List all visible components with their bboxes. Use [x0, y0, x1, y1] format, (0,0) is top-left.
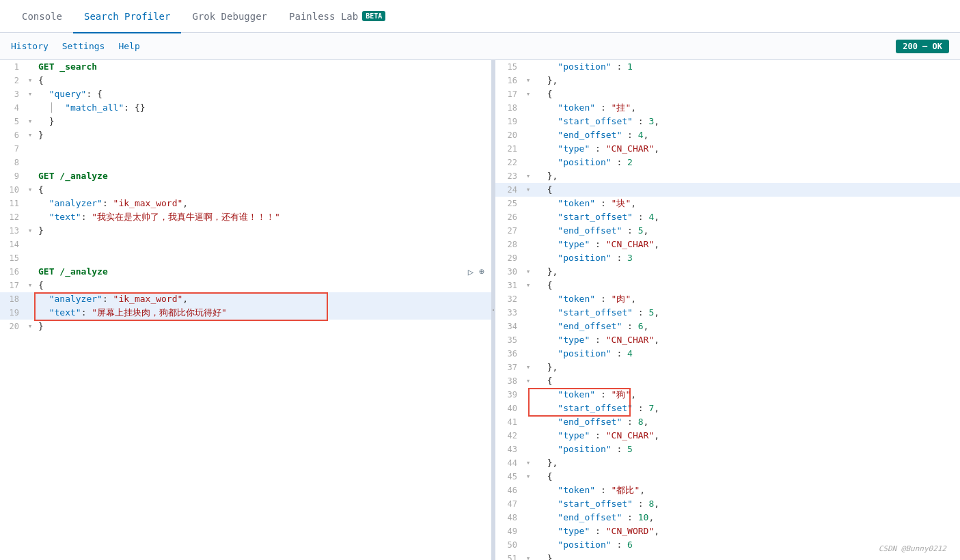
- output-line-16: 16 ▾ },: [495, 74, 960, 87]
- editor-line-17: 17 ▾ {: [0, 279, 491, 292]
- status-badge: 200 – OK: [896, 40, 949, 53]
- output-line-48: 48 "end_offset" : 10,: [495, 511, 960, 524]
- output-line-47: 47 "start_offset" : 8,: [495, 497, 960, 511]
- editor-line-19: 19 "text": "屏幕上挂块肉，狗都比你玩得好": [0, 306, 491, 320]
- editor-line-16: 16 GET /_analyze ▷ ⊕: [0, 265, 491, 279]
- copy-icon[interactable]: ⊕: [479, 265, 484, 279]
- editor-line-4: 4 │ "match_all": {}: [0, 101, 491, 115]
- editor-line-2: 2 ▾ {: [0, 74, 491, 87]
- output-line-43: 43 "position" : 5: [495, 443, 960, 456]
- output-line-44: 44 ▾ },: [495, 456, 960, 470]
- editor-line-8: 8: [0, 156, 491, 169]
- editor-line-14: 14: [0, 238, 491, 251]
- output-line-25: 25 "token" : "块",: [495, 197, 960, 210]
- main-content: 1 GET _search 2 ▾ { 3 ▾ "query": { 4 │ "…: [0, 60, 960, 560]
- editor-line-11: 11 "analyzer": "ik_max_word",: [0, 197, 491, 210]
- output-line-24: 24 ▾ {: [495, 183, 960, 197]
- history-link[interactable]: History: [11, 41, 49, 51]
- editor-line-1: 1 GET _search: [0, 60, 491, 74]
- output-line-20: 20 "end_offset" : 4,: [495, 128, 960, 142]
- output-line-33: 33 "start_offset" : 5,: [495, 306, 960, 320]
- output-line-22: 22 "position" : 2: [495, 156, 960, 169]
- output-line-49: 49 "type" : "CN_WORD",: [495, 524, 960, 538]
- watermark: CSDN @Bunny0212: [879, 544, 946, 553]
- output-line-46: 46 "token" : "都比",: [495, 484, 960, 497]
- output-line-27: 27 "end_offset" : 5,: [495, 224, 960, 238]
- output-line-23: 23 ▾ },: [495, 169, 960, 183]
- output-line-45: 45 ▾ {: [495, 470, 960, 484]
- tab-console[interactable]: Console: [11, 1, 73, 33]
- output-line-17: 17 ▾ {: [495, 87, 960, 101]
- output-line-19: 19 "start_offset" : 3,: [495, 115, 960, 128]
- output-line-15: 15 "position" : 1: [495, 60, 960, 74]
- settings-link[interactable]: Settings: [62, 41, 105, 51]
- editor-line-20: 20 ▾ }: [0, 320, 491, 333]
- editor-line-7: 7: [0, 142, 491, 156]
- editor-line-18: 18 "analyzer": "ik_max_word",: [0, 292, 491, 306]
- output-line-31: 31 ▾ {: [495, 279, 960, 292]
- output-code-area[interactable]: 15 "position" : 1 16 ▾ }, 17 ▾ { 18 "tok…: [495, 60, 960, 560]
- editor-line-6: 6 ▾ }: [0, 128, 491, 142]
- editor-code-area[interactable]: 1 GET _search 2 ▾ { 3 ▾ "query": { 4 │ "…: [0, 60, 491, 560]
- beta-badge: BETA: [362, 11, 385, 21]
- left-editor-panel: 1 GET _search 2 ▾ { 3 ▾ "query": { 4 │ "…: [0, 60, 492, 560]
- output-line-41: 41 "end_offset" : 8,: [495, 415, 960, 429]
- output-line-35: 35 "type" : "CN_CHAR",: [495, 333, 960, 347]
- run-icon[interactable]: ▷: [468, 265, 474, 279]
- editor-line-12: 12 "text": "我实在是太帅了，我真牛逼啊，还有谁！！！": [0, 210, 491, 224]
- output-line-38: 38 ▾ {: [495, 374, 960, 388]
- output-line-34: 34 "end_offset" : 6,: [495, 320, 960, 333]
- output-line-36: 36 "position" : 4: [495, 347, 960, 361]
- toolbar: History Settings Help 200 – OK: [0, 33, 960, 60]
- output-line-26: 26 "start_offset" : 4,: [495, 210, 960, 224]
- output-line-21: 21 "type" : "CN_CHAR",: [495, 142, 960, 156]
- tab-search-profiler[interactable]: Search Profiler: [73, 1, 181, 33]
- right-output-panel: 15 "position" : 1 16 ▾ }, 17 ▾ { 18 "tok…: [495, 60, 960, 560]
- editor-line-10: 10 ▾ {: [0, 183, 491, 197]
- output-line-40: 40 "start_offset" : 7,: [495, 402, 960, 415]
- output-line-18: 18 "token" : "挂",: [495, 101, 960, 115]
- output-line-42: 42 "type" : "CN_CHAR",: [495, 429, 960, 443]
- help-link[interactable]: Help: [118, 41, 139, 51]
- editor-line-15: 15: [0, 251, 491, 265]
- editor-line-5: 5 ▾ }: [0, 115, 491, 128]
- output-line-37: 37 ▾ },: [495, 361, 960, 374]
- editor-line-13: 13 ▾ }: [0, 224, 491, 238]
- output-line-29: 29 "position" : 3: [495, 251, 960, 265]
- output-line-30: 30 ▾ },: [495, 265, 960, 279]
- tab-painless-lab[interactable]: Painless Lab BETA: [278, 1, 396, 33]
- output-line-28: 28 "type" : "CN_CHAR",: [495, 238, 960, 251]
- top-navigation: Console Search Profiler Grok Debugger Pa…: [0, 0, 960, 33]
- editor-line-9: 9 GET /_analyze: [0, 169, 491, 183]
- editor-line-3: 3 ▾ "query": {: [0, 87, 491, 101]
- output-line-39: 39 "token" : "狗",: [495, 388, 960, 402]
- output-line-32: 32 "token" : "肉",: [495, 292, 960, 306]
- tab-grok-debugger[interactable]: Grok Debugger: [181, 1, 278, 33]
